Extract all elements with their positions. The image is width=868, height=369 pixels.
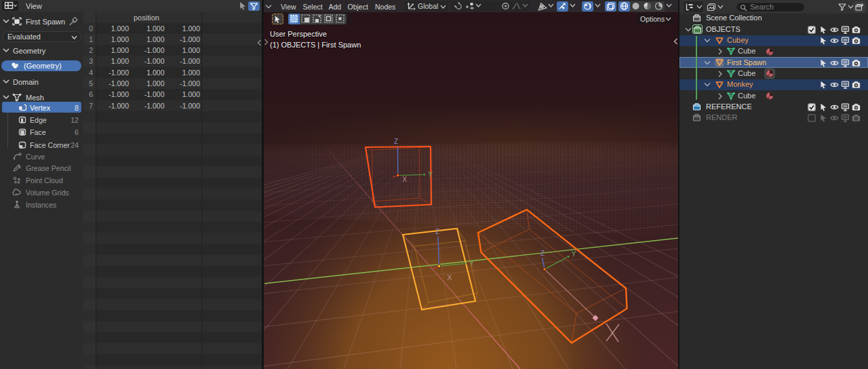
svg-text:X: X [447,273,452,281]
svg-text:Y: Y [572,250,576,258]
svg-text:Y: Y [428,171,433,178]
svg-text:Z: Z [540,250,545,257]
svg-text:Z: Z [394,138,398,145]
svg-text:Z: Z [435,228,439,235]
svg-text:Y: Y [469,260,474,267]
svg-text:X: X [402,176,407,183]
